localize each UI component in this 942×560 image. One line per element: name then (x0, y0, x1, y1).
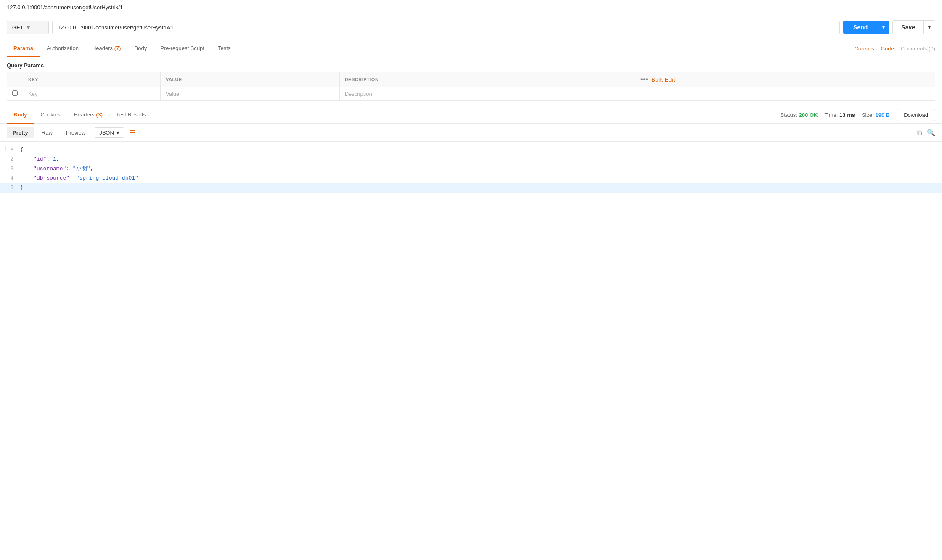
search-icon[interactable]: 🔍 (927, 129, 935, 137)
code-line-1: 1 ▾ { (0, 145, 942, 155)
page-title: 127.0.0.1:9001/consumer/user/getUserHyst… (0, 0, 942, 15)
time-value: 13 ms (839, 112, 855, 118)
method-label: GET (12, 24, 24, 31)
preview-button[interactable]: Preview (60, 127, 91, 138)
pretty-button[interactable]: Pretty (7, 127, 34, 138)
res-tab-test-results[interactable]: Test Results (109, 106, 153, 124)
line-number-1: 1 ▾ (0, 146, 20, 154)
method-select[interactable]: GET ▾ (7, 21, 49, 34)
line-number-5: 5 (0, 184, 20, 192)
code-line-3: 3 "username": "小明", (0, 164, 942, 174)
status-label-text: Status: (781, 112, 797, 118)
save-button[interactable]: Save (893, 21, 923, 34)
checkbox-col-header (7, 72, 23, 87)
line-number-4: 4 (0, 174, 20, 182)
tab-params[interactable]: Params (7, 40, 40, 57)
request-tab-bar: Params Authorization Headers (7) Body Pr… (0, 40, 942, 57)
line-content-3: "username": "小明", (20, 165, 942, 174)
save-button-group: Save ▾ (892, 20, 935, 34)
download-button[interactable]: Download (897, 109, 935, 121)
response-tab-bar: Body Cookies Headers (3) Test Results St… (0, 106, 942, 124)
value-cell[interactable]: Value (160, 87, 339, 101)
line-content-5: } (20, 184, 942, 193)
bulk-edit-button[interactable]: Bulk Edit (651, 77, 675, 83)
size-value: 190 B (875, 112, 890, 118)
value-col-header: VALUE (160, 72, 339, 87)
wrap-icon[interactable]: ☰ (129, 128, 136, 137)
body-format-bar: Pretty Raw Preview JSON ▾ ☰ ⧉ 🔍 (0, 124, 942, 142)
title-text: 127.0.0.1:9001/consumer/user/getUserHyst… (7, 4, 123, 11)
tab-headers[interactable]: Headers (7) (85, 40, 128, 57)
raw-button[interactable]: Raw (36, 127, 58, 138)
params-table: KEY VALUE DESCRIPTION ••• Bulk Edit Key (7, 72, 935, 101)
res-tab-cookies[interactable]: Cookies (34, 106, 67, 124)
res-tab-headers[interactable]: Headers (3) (67, 106, 109, 124)
send-button-group: Send ▾ (843, 21, 889, 34)
save-dropdown-button[interactable]: ▾ (923, 21, 935, 34)
format-label: JSON (99, 129, 114, 136)
status-label: Status: 200 OK (781, 112, 818, 118)
line-content-1: { (20, 145, 942, 154)
comments-link[interactable]: Comments (0) (901, 45, 935, 52)
line-number-3: 3 (0, 165, 20, 173)
checkbox-input[interactable] (12, 90, 18, 96)
line-number-2: 2 (0, 156, 20, 164)
key-placeholder: Key (28, 91, 37, 97)
tab-authorization[interactable]: Authorization (40, 40, 85, 57)
res-headers-badge: (3) (96, 111, 103, 118)
description-placeholder: Description (345, 91, 372, 97)
line-content-2: "id": 1, (20, 155, 942, 164)
action-cell (635, 87, 935, 101)
send-button[interactable]: Send (843, 21, 878, 34)
code-link[interactable]: Code (881, 45, 894, 52)
method-dropdown-arrow-icon: ▾ (27, 24, 30, 31)
headers-badge: (7) (114, 45, 121, 51)
send-dropdown-button[interactable]: ▾ (878, 21, 889, 34)
key-col-header: KEY (23, 72, 161, 87)
actions-col-header: ••• Bulk Edit (635, 72, 935, 87)
tab-prerequest[interactable]: Pre-request Script (153, 40, 211, 57)
code-line-5: 5 } (0, 183, 942, 193)
code-line-2: 2 "id": 1, (0, 155, 942, 164)
code-line-4: 4 "db_source": "spring_cloud_db01" (0, 174, 942, 183)
code-editor[interactable]: 1 ▾ { 2 "id": 1, 3 "username": "小明", 4 "… (0, 142, 942, 268)
time-label: Time: 13 ms (824, 112, 855, 118)
url-input[interactable] (52, 21, 840, 34)
description-cell[interactable]: Description (339, 87, 635, 101)
tab-tests[interactable]: Tests (211, 40, 237, 57)
size-label: Size: 190 B (862, 112, 890, 118)
tab-body[interactable]: Body (128, 40, 154, 57)
format-select[interactable]: JSON ▾ (95, 127, 124, 138)
right-actions: Cookies Code Comments (0) (855, 45, 935, 52)
right-format-actions: ⧉ 🔍 (917, 129, 935, 137)
table-row: Key Value Description (7, 87, 935, 101)
cookies-link[interactable]: Cookies (855, 45, 874, 52)
size-label-text: Size: (862, 112, 874, 118)
time-label-text: Time: (824, 112, 838, 118)
line-content-4: "db_source": "spring_cloud_db01" (20, 174, 942, 183)
row-checkbox[interactable] (7, 87, 23, 101)
copy-icon[interactable]: ⧉ (917, 129, 922, 137)
three-dots-icon[interactable]: ••• (640, 76, 648, 83)
query-params-title: Query Params (7, 62, 935, 69)
status-value: 200 OK (799, 112, 818, 118)
url-bar: GET ▾ Send ▾ Save ▾ (0, 15, 942, 40)
description-col-header: DESCRIPTION (339, 72, 635, 87)
format-dropdown-icon: ▾ (116, 129, 119, 136)
key-cell[interactable]: Key (23, 87, 161, 101)
value-placeholder: Value (166, 91, 179, 97)
res-tab-body[interactable]: Body (7, 106, 34, 124)
response-meta: Status: 200 OK Time: 13 ms Size: 190 B D… (781, 109, 936, 121)
query-params-section: Query Params KEY VALUE DESCRIPTION ••• B… (0, 57, 942, 101)
